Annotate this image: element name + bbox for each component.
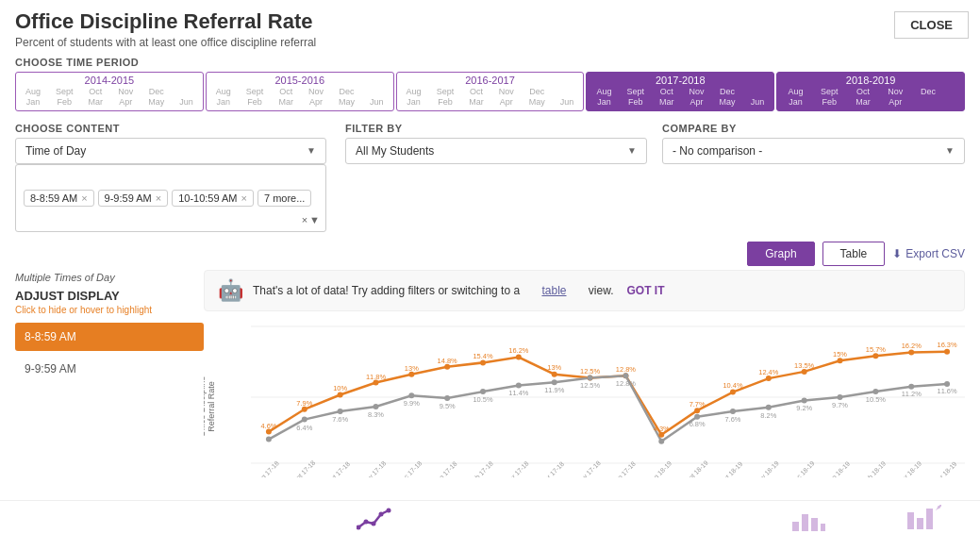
month-item: DecMay — [148, 87, 164, 108]
svg-text:10.5%: 10.5% — [866, 395, 886, 404]
svg-point-35 — [588, 375, 593, 380]
month-item: OctMar — [89, 87, 104, 108]
svg-rect-110 — [802, 514, 808, 531]
svg-text:6.4%: 6.4% — [296, 424, 312, 432]
other-reports-icon: ↗ — [904, 505, 941, 533]
tags-clear-icon[interactable]: × — [302, 214, 307, 225]
legend-item-9am[interactable]: 9-9:59 AM — [15, 355, 204, 383]
svg-text:11.9%: 11.9% — [544, 386, 564, 394]
nav-distribution[interactable]: Distribution — [765, 505, 850, 534]
svg-point-14 — [552, 371, 557, 376]
tag-8am-close[interactable]: × — [81, 192, 87, 204]
svg-text:15.7%: 15.7% — [866, 345, 886, 354]
table-button[interactable]: Table — [822, 242, 886, 266]
svg-text:8.3%: 8.3% — [368, 410, 384, 419]
month-item: OctMar — [855, 87, 871, 108]
export-button[interactable]: ⬇ Export CSV — [892, 247, 965, 260]
months-row-3: AugJanSeptFebOctMarNovAprDecMayJun — [587, 87, 773, 110]
svg-text:9.9%: 9.9% — [404, 399, 420, 408]
time-period-btn-3[interactable]: 2017-2018AugJanSeptFebOctMarNovAprDecMay… — [586, 72, 774, 111]
tag-9am-close[interactable]: × — [156, 192, 161, 204]
tags-expand-icon[interactable]: ▼ — [309, 214, 320, 225]
tag-10am[interactable]: 10-10:59 AM× — [172, 190, 254, 207]
main-content: Multiple Times of Day ADJUST DISPLAY Cli… — [0, 270, 980, 496]
month-item: DecMay — [529, 87, 545, 108]
chart-svg: 20% 10% 0% — [251, 317, 965, 477]
svg-text:15.4%: 15.4% — [473, 352, 492, 360]
svg-text:12.5%: 12.5% — [580, 381, 600, 390]
svg-text:May 17-18: May 17-18 — [575, 459, 603, 477]
svg-text:12.4%: 12.4% — [758, 368, 778, 376]
left-panel: Multiple Times of Day ADJUST DISPLAY Cli… — [15, 270, 204, 496]
filter-value: All My Students — [356, 144, 434, 158]
months-row-1: AugJanSeptFebOctMarNovAprDecMayJun — [207, 87, 393, 110]
compare-dropdown[interactable]: - No comparison - ▼ — [662, 138, 965, 164]
svg-text:9.7%: 9.7% — [832, 401, 848, 409]
svg-text:12.8%: 12.8% — [616, 379, 636, 388]
months-row-4: AugJanSeptFebOctMarNovAprDec — [777, 87, 964, 110]
svg-text:16.2%: 16.2% — [508, 346, 528, 355]
month-item: SeptFeb — [246, 87, 264, 108]
month-item: AugJan — [788, 87, 803, 108]
chart-wrapper: Office DisciplineReferral Rate 20% 10% 0… — [204, 317, 965, 496]
tag-9am-label: 9-9:59 AM — [105, 192, 152, 204]
svg-text:13%: 13% — [405, 364, 419, 373]
legend-item-8am[interactable]: 8-8:59 AM — [15, 323, 204, 351]
month-item: AugJan — [216, 87, 231, 108]
svg-text:8.2%: 8.2% — [760, 411, 776, 420]
month-item: OctMar — [659, 87, 674, 108]
month-item: DecMay — [339, 87, 355, 108]
svg-point-44 — [908, 383, 914, 389]
months-row-2: AugJanSeptFebOctMarNovAprDecMayJun — [397, 87, 584, 110]
svg-text:Feb 18-19: Feb 18-19 — [861, 459, 887, 477]
month-item: OctMar — [469, 87, 484, 108]
svg-point-27 — [302, 416, 307, 422]
page-title: Office Discipline Referral Rate — [15, 9, 965, 34]
svg-text:Nov 17-18: Nov 17-18 — [361, 459, 388, 477]
time-period-btn-2[interactable]: 2016-2017AugJanSeptFebOctMarNovAprDecMay… — [396, 72, 585, 111]
close-button[interactable]: CLOSE — [894, 11, 969, 39]
svg-text:11.2%: 11.2% — [902, 390, 922, 398]
svg-text:Jan 18-19: Jan 18-19 — [825, 459, 851, 476]
svg-text:10%: 10% — [333, 384, 347, 392]
trend-icon — [357, 505, 394, 533]
svg-text:7.7%: 7.7% — [689, 400, 706, 409]
svg-point-8 — [338, 392, 343, 397]
svg-point-36 — [623, 373, 628, 378]
graph-toolbar: Graph Table ⬇ Export CSV — [0, 238, 980, 270]
month-item: Jun — [560, 87, 574, 108]
months-row-0: AugJanSeptFebOctMarNovAprDecMayJun — [16, 87, 203, 110]
month-item: SeptFeb — [821, 87, 839, 108]
export-label: Export CSV — [905, 247, 965, 260]
month-item: AugJan — [25, 87, 41, 108]
tag-10am-close[interactable]: × — [241, 192, 247, 204]
chart-svg-container: 20% 10% 0% — [251, 317, 965, 477]
filter-dropdown[interactable]: All My Students ▼ — [345, 138, 647, 164]
download-icon: ⬇ — [892, 247, 902, 260]
svg-text:11.4%: 11.4% — [508, 389, 528, 397]
tag-more[interactable]: 7 more... — [257, 190, 311, 207]
svg-text:Sept 18-19: Sept 18-19 — [682, 459, 710, 476]
svg-point-34 — [552, 379, 557, 385]
notice-table-link[interactable]: table — [541, 284, 566, 297]
content-value: Time of Day — [25, 144, 86, 158]
nav-other-reports[interactable]: ↗ Other Reports — [880, 505, 965, 534]
svg-point-25 — [944, 348, 950, 354]
month-item: AugJan — [407, 87, 422, 108]
nav-trend[interactable]: Trend — [333, 505, 418, 534]
month-item: SeptFeb — [626, 87, 644, 108]
svg-point-31 — [444, 395, 450, 401]
graph-button[interactable]: Graph — [747, 242, 814, 266]
time-period-btn-1[interactable]: 2015-2016AugJanSeptFebOctMarNovAprDecMay… — [206, 72, 394, 111]
content-dropdown[interactable]: Time of Day ▼ — [15, 138, 326, 164]
tag-9am[interactable]: 9-9:59 AM× — [98, 190, 169, 207]
time-period-btn-0[interactable]: 2014-2015AugJanSeptFebOctMarNovAprDecMay… — [15, 72, 204, 111]
svg-point-26 — [266, 436, 272, 442]
content-arrow-icon: ▼ — [307, 145, 316, 156]
got-it-button[interactable]: GOT IT — [627, 284, 665, 297]
svg-text:9.5%: 9.5% — [440, 402, 456, 410]
svg-point-107 — [378, 511, 383, 516]
svg-text:6.8%: 6.8% — [689, 420, 706, 428]
tag-8am[interactable]: 8-8:59 AM× — [24, 190, 94, 207]
time-period-btn-4[interactable]: 2018-2019AugJanSeptFebOctMarNovAprDec — [776, 72, 965, 111]
